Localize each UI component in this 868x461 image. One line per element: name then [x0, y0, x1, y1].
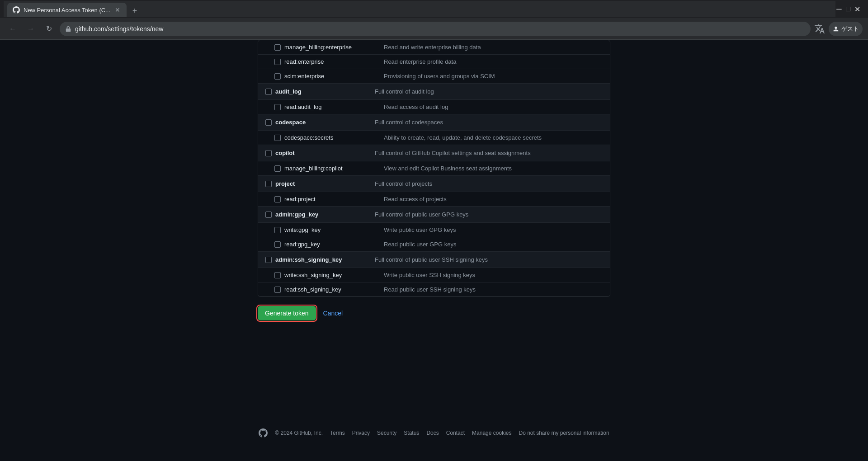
perm-name-audit-log: audit_log [275, 88, 375, 95]
checkbox-read-audit-log[interactable] [274, 104, 281, 110]
perm-name-write-gpg-key: write:gpg_key [284, 226, 384, 233]
perm-desc-read-ssh-signing-key: Read public user SSH signing keys [384, 286, 603, 293]
title-bar: New Personal Access Token (C... ✕ + ─ □ … [0, 0, 868, 18]
perm-name-write-ssh-signing-key: write:ssh_signing_key [284, 272, 384, 278]
active-tab[interactable]: New Personal Access Token (C... ✕ [7, 3, 127, 17]
window-controls: ─ □ ✕ [835, 5, 861, 13]
permissions-table: manage_billing:enterprise Read and write… [258, 40, 610, 297]
perm-desc-manage-billing-copilot: View and edit Copilot Business seat assi… [384, 165, 603, 172]
perm-desc-scim-enterprise: Provisioning of users and groups via SCI… [384, 73, 603, 80]
permissions-container: manage_billing:enterprise Read and write… [258, 40, 610, 329]
address-bar[interactable]: github.com/settings/tokens/new [60, 22, 811, 36]
footer-link-status[interactable]: Status [404, 430, 419, 436]
checkbox-read-ssh-signing-key[interactable] [274, 287, 281, 293]
refresh-button[interactable]: ↻ [42, 22, 56, 36]
back-button[interactable]: ← [5, 22, 20, 36]
perm-desc-project: Full control of projects [375, 180, 603, 187]
checkbox-read-project[interactable] [274, 196, 281, 202]
perm-name-read-gpg-key: read:gpg_key [284, 241, 384, 248]
perm-row-codespace-secrets: codespace:secrets Ability to create, rea… [258, 131, 610, 145]
generate-token-button[interactable]: Generate token [258, 306, 316, 320]
minimize-button[interactable]: ─ [835, 5, 843, 13]
perm-row-audit-log: audit_log Full control of audit log [258, 84, 610, 100]
checkbox-admin-ssh-signing-key[interactable] [265, 257, 272, 263]
perm-row-read-enterprise: read:enterprise Read enterprise profile … [258, 55, 610, 69]
checkbox-scim-enterprise[interactable] [274, 73, 281, 80]
checkbox-project[interactable] [265, 181, 272, 187]
perm-desc-read-audit-log: Read access of audit log [384, 103, 603, 110]
perm-name-codespace: codespace [275, 119, 375, 126]
close-window-button[interactable]: ✕ [854, 5, 861, 13]
forward-button[interactable]: → [24, 22, 38, 36]
perm-row-write-gpg-key: write:gpg_key Write public user GPG keys [258, 223, 610, 237]
url-text: github.com/settings/tokens/new [75, 25, 163, 33]
tab-bar: New Personal Access Token (C... ✕ + [4, 1, 835, 17]
generate-btn-wrapper: Generate token [258, 306, 316, 320]
checkbox-admin-gpg-key[interactable] [265, 212, 272, 218]
footer-link-terms[interactable]: Terms [330, 430, 345, 436]
checkbox-codespace[interactable] [265, 119, 272, 126]
perm-desc-read-project: Read access of projects [384, 196, 603, 202]
main-area: manage_billing:enterprise Read and write… [0, 40, 868, 421]
account-button[interactable]: ゲスト [829, 22, 863, 36]
perm-row-manage-billing-enterprise: manage_billing:enterprise Read and write… [258, 40, 610, 55]
perm-name-manage-billing-enterprise: manage_billing:enterprise [284, 44, 384, 51]
perm-name-manage-billing-copilot: manage_billing:copilot [284, 165, 384, 172]
perm-row-scim-enterprise: scim:enterprise Provisioning of users an… [258, 69, 610, 84]
perm-name-read-ssh-signing-key: read:ssh_signing_key [284, 286, 384, 293]
perm-name-read-project: read:project [284, 196, 384, 202]
checkbox-read-enterprise[interactable] [274, 59, 281, 65]
checkbox-write-ssh-signing-key[interactable] [274, 272, 281, 278]
perm-desc-codespace-secrets: Ability to create, read, update, and del… [384, 134, 603, 141]
perm-name-read-audit-log: read:audit_log [284, 103, 384, 110]
perm-desc-read-enterprise: Read enterprise profile data [384, 58, 603, 65]
footer-inner: © 2024 GitHub, Inc. Terms Privacy Securi… [259, 428, 609, 437]
perm-row-write-ssh-signing-key: write:ssh_signing_key Write public user … [258, 268, 610, 282]
perm-row-read-audit-log: read:audit_log Read access of audit log [258, 100, 610, 114]
footer-link-contact[interactable]: Contact [446, 430, 465, 436]
account-label: ゲスト [841, 25, 859, 33]
checkbox-codespace-secrets[interactable] [274, 135, 281, 141]
perm-name-admin-gpg-key: admin:gpg_key [275, 211, 375, 218]
toolbar-right: ゲスト [814, 22, 863, 36]
checkbox-manage-billing-copilot[interactable] [274, 165, 281, 172]
perm-row-read-gpg-key: read:gpg_key Read public user GPG keys [258, 237, 610, 252]
perm-row-project: project Full control of projects [258, 176, 610, 192]
page-content: manage_billing:enterprise Read and write… [0, 40, 868, 445]
toolbar: ← → ↻ github.com/settings/tokens/new ゲスト [0, 18, 868, 40]
perm-name-admin-ssh-signing-key: admin:ssh_signing_key [275, 256, 375, 263]
footer-link-privacy[interactable]: Privacy [352, 430, 370, 436]
account-icon [832, 25, 840, 33]
checkbox-copilot[interactable] [265, 150, 272, 156]
footer-link-docs[interactable]: Docs [426, 430, 439, 436]
perm-desc-codespace: Full control of codespaces [375, 119, 603, 126]
translate-icon [814, 24, 825, 34]
lock-icon [65, 26, 71, 32]
footer: © 2024 GitHub, Inc. Terms Privacy Securi… [0, 421, 868, 445]
perm-name-scim-enterprise: scim:enterprise [284, 73, 384, 80]
footer-link-security[interactable]: Security [377, 430, 396, 436]
footer-link-manage-cookies[interactable]: Manage cookies [472, 430, 511, 436]
perm-desc-write-gpg-key: Write public user GPG keys [384, 226, 603, 233]
checkbox-manage-billing-enterprise[interactable] [274, 44, 281, 51]
perm-name-read-enterprise: read:enterprise [284, 58, 384, 65]
checkbox-write-gpg-key[interactable] [274, 227, 281, 233]
perm-desc-admin-ssh-signing-key: Full control of public user SSH signing … [375, 256, 603, 263]
perm-row-copilot: copilot Full control of GitHub Copilot s… [258, 145, 610, 161]
checkbox-read-gpg-key[interactable] [274, 241, 281, 248]
perm-row-read-ssh-signing-key: read:ssh_signing_key Read public user SS… [258, 282, 610, 296]
footer-copyright: © 2024 GitHub, Inc. [275, 430, 323, 436]
maximize-button[interactable]: □ [844, 5, 852, 13]
checkbox-audit-log[interactable] [265, 89, 272, 95]
perm-row-manage-billing-copilot: manage_billing:copilot View and edit Cop… [258, 161, 610, 176]
perm-desc-audit-log: Full control of audit log [375, 88, 603, 95]
cancel-link[interactable]: Cancel [323, 310, 343, 317]
perm-name-codespace-secrets: codespace:secrets [284, 134, 384, 141]
actions-area: Generate token Cancel [258, 297, 610, 329]
tab-close-button[interactable]: ✕ [114, 6, 121, 14]
new-tab-button[interactable]: + [128, 5, 141, 17]
footer-link-do-not-share[interactable]: Do not share my personal information [519, 430, 609, 436]
perm-row-admin-gpg-key: admin:gpg_key Full control of public use… [258, 207, 610, 223]
perm-row-admin-ssh-signing-key: admin:ssh_signing_key Full control of pu… [258, 252, 610, 268]
perm-desc-write-ssh-signing-key: Write public user SSH signing keys [384, 272, 603, 278]
